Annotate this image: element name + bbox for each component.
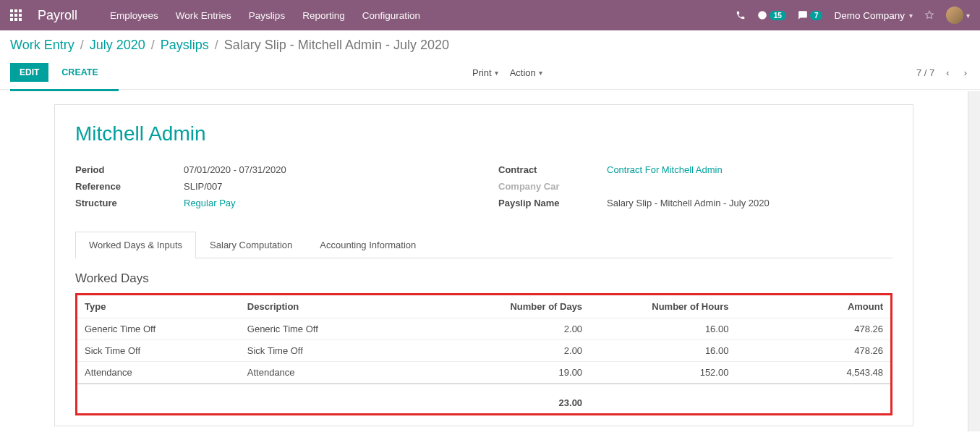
nav-work-entries[interactable]: Work Entries <box>176 10 231 21</box>
tab-worked-days[interactable]: Worked Days & Inputs <box>75 232 196 258</box>
worked-days-table: Type Description Number of Days Number o… <box>77 295 890 413</box>
tab-salary-computation[interactable]: Salary Computation <box>196 232 306 258</box>
apps-icon[interactable] <box>10 9 22 21</box>
value-reference: SLIP/007 <box>184 181 223 192</box>
label-payslip-name: Payslip Name <box>498 198 607 208</box>
print-dropdown[interactable]: Print ▾ <box>472 67 498 78</box>
table-total-row: 23.00 <box>77 384 890 413</box>
breadcrumb: Work Entry / July 2020 / Payslips / Sala… <box>0 30 980 60</box>
pager-prev[interactable]: ‹ <box>943 66 952 80</box>
company-name: Demo Company <box>834 10 905 21</box>
chat-badge: 7 <box>810 11 823 20</box>
nav-configuration[interactable]: Configuration <box>362 10 420 21</box>
crumb-july-2020[interactable]: July 2020 <box>90 38 145 53</box>
chevron-down-icon: ▾ <box>966 12 970 20</box>
nav-payslips[interactable]: Payslips <box>249 10 285 21</box>
nav-right: 15 7 Demo Company ▾ ▾ <box>736 7 970 24</box>
chevron-down-icon: ▾ <box>909 12 913 20</box>
table-row[interactable]: Generic Time Off Generic Time Off 2.00 1… <box>77 318 890 340</box>
label-company-car: Company Car <box>498 181 607 192</box>
user-avatar[interactable] <box>946 7 963 24</box>
action-dropdown[interactable]: Action ▾ <box>510 67 542 78</box>
crumb-current: Salary Slip - Mitchell Admin - July 2020 <box>224 38 449 53</box>
th-hours[interactable]: Number of Hours <box>589 295 736 318</box>
activity-badge: 15 <box>770 11 786 20</box>
nav-employees[interactable]: Employees <box>110 10 158 21</box>
label-reference: Reference <box>75 181 184 192</box>
control-bar: Edit Create Print ▾ Action ▾ 7 / 7 ‹ › <box>0 60 980 90</box>
worked-days-table-highlight: Type Description Number of Days Number o… <box>75 293 892 415</box>
label-structure: Structure <box>75 198 184 208</box>
chevron-down-icon: ▾ <box>495 69 498 77</box>
label-contract: Contract <box>498 164 607 175</box>
value-payslip-name: Salary Slip - Mitchell Admin - July 2020 <box>607 198 770 208</box>
crumb-work-entry[interactable]: Work Entry <box>10 38 74 53</box>
th-days[interactable]: Number of Days <box>443 295 589 318</box>
total-days: 23.00 <box>443 384 589 413</box>
value-period: 07/01/2020 - 07/31/2020 <box>184 164 286 175</box>
chevron-down-icon: ▾ <box>539 69 542 77</box>
th-amount[interactable]: Amount <box>736 295 890 318</box>
table-row[interactable]: Attendance Attendance 19.00 152.00 4,543… <box>77 362 890 384</box>
th-description[interactable]: Description <box>240 295 443 318</box>
debug-icon[interactable] <box>924 10 934 20</box>
crumb-payslips[interactable]: Payslips <box>161 38 209 53</box>
nav-reporting[interactable]: Reporting <box>302 10 345 21</box>
app-title: Payroll <box>38 8 77 23</box>
activity-icon[interactable]: 15 <box>757 10 786 20</box>
chat-icon[interactable]: 7 <box>798 10 823 20</box>
section-title: Worked Days <box>75 271 892 286</box>
create-button[interactable]: Create <box>61 67 98 77</box>
label-period: Period <box>75 164 184 175</box>
pager-text: 7 / 7 <box>916 67 934 78</box>
company-selector[interactable]: Demo Company ▾ <box>834 10 913 21</box>
th-type[interactable]: Type <box>77 295 240 318</box>
form-sheet: Mitchell Admin Period 07/01/2020 - 07/31… <box>54 104 913 426</box>
tabs: Worked Days & Inputs Salary Computation … <box>75 232 892 258</box>
record-title: Mitchell Admin <box>75 122 892 145</box>
edit-button[interactable]: Edit <box>10 63 48 82</box>
value-contract[interactable]: Contract For Mitchell Admin <box>607 164 723 175</box>
table-row[interactable]: Sick Time Off Sick Time Off 2.00 16.00 4… <box>77 340 890 362</box>
pager-next[interactable]: › <box>961 66 970 80</box>
tab-accounting-info[interactable]: Accounting Information <box>306 232 430 258</box>
phone-icon[interactable] <box>736 10 746 20</box>
scrollbar[interactable] <box>968 91 980 431</box>
value-structure[interactable]: Regular Pay <box>184 198 236 208</box>
top-navbar: Payroll Employees Work Entries Payslips … <box>0 0 980 30</box>
nav-menu: Employees Work Entries Payslips Reportin… <box>110 10 736 21</box>
